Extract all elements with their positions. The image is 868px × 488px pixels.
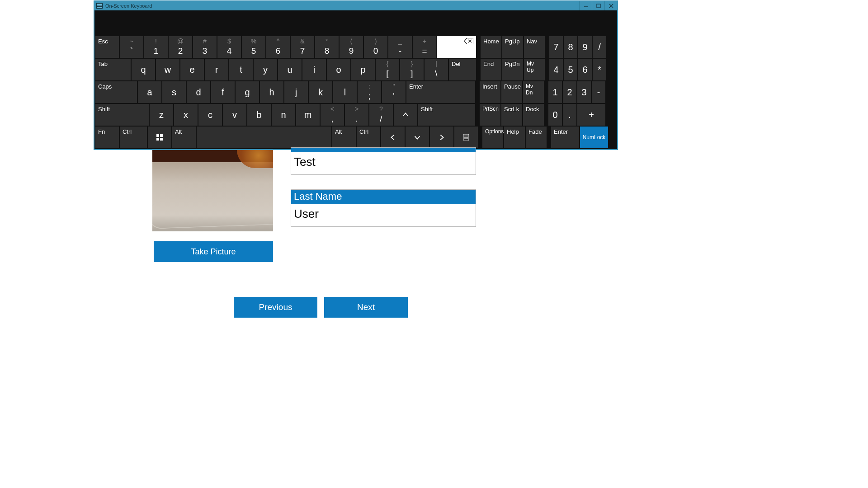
key-space[interactable] xyxy=(197,127,331,148)
key-5[interactable]: %5 xyxy=(242,36,265,58)
key-minus[interactable]: _- xyxy=(388,36,412,58)
numpad-7[interactable]: 7 xyxy=(549,36,563,58)
key-menu[interactable] xyxy=(454,127,478,148)
key-x[interactable]: x xyxy=(174,104,198,126)
key-fade[interactable]: Fade xyxy=(526,127,547,148)
key-4[interactable]: $4 xyxy=(217,36,241,58)
numpad-enter[interactable]: Enter xyxy=(551,127,579,148)
key-mvdn[interactable]: Mv Dn xyxy=(523,81,544,103)
numpad-6[interactable]: 6 xyxy=(578,59,592,80)
key-m[interactable]: m xyxy=(296,104,320,126)
key-1[interactable]: !1 xyxy=(144,36,168,58)
numpad-multiply[interactable]: * xyxy=(593,59,606,80)
take-picture-button[interactable]: Take Picture xyxy=(154,241,273,262)
key-e[interactable]: e xyxy=(180,59,204,80)
key-g[interactable]: g xyxy=(236,81,259,103)
key-pgup[interactable]: PgUp xyxy=(502,36,523,58)
numpad-subtract[interactable]: - xyxy=(592,81,605,103)
key-backspace[interactable] xyxy=(437,36,476,58)
key-tab[interactable]: Tab xyxy=(95,59,131,80)
key-r[interactable]: r xyxy=(205,59,228,80)
key-7[interactable]: &7 xyxy=(291,36,314,58)
key-fn[interactable]: Fn xyxy=(95,127,119,148)
key-nav[interactable]: Nav xyxy=(524,36,545,58)
key-f[interactable]: f xyxy=(211,81,235,103)
key-prtscn[interactable]: PrtScn xyxy=(480,104,500,126)
key-a[interactable]: a xyxy=(138,81,161,103)
key-dock[interactable]: Dock xyxy=(523,104,544,126)
key-u[interactable]: u xyxy=(278,59,302,80)
key-semicolon[interactable]: :; xyxy=(358,81,381,103)
key-period[interactable]: >. xyxy=(345,104,368,126)
numpad-8[interactable]: 8 xyxy=(564,36,577,58)
numpad-add[interactable]: + xyxy=(577,104,605,126)
key-arrow-down[interactable] xyxy=(406,127,429,148)
key-alt-left[interactable]: Alt xyxy=(172,127,196,148)
previous-button[interactable]: Previous xyxy=(234,297,317,318)
osk-titlebar[interactable]: On-Screen Keyboard xyxy=(94,1,617,10)
key-c[interactable]: c xyxy=(198,104,222,126)
key-help[interactable]: Help xyxy=(504,127,525,148)
key-s[interactable]: s xyxy=(162,81,186,103)
key-9[interactable]: (9 xyxy=(340,36,363,58)
key-n[interactable]: n xyxy=(272,104,295,126)
numpad-decimal[interactable]: . xyxy=(563,104,576,126)
key-right-bracket[interactable]: }] xyxy=(400,59,424,80)
key-ctrl-right[interactable]: Ctrl xyxy=(357,127,380,148)
numpad-1[interactable]: 1 xyxy=(548,81,562,103)
key-options[interactable]: Options xyxy=(482,127,503,148)
key-home[interactable]: Home xyxy=(481,36,501,58)
key-alt-right[interactable]: Alt xyxy=(332,127,356,148)
numpad-3[interactable]: 3 xyxy=(577,81,591,103)
key-del[interactable]: Del xyxy=(449,59,476,80)
key-z[interactable]: z xyxy=(150,104,173,126)
key-o[interactable]: o xyxy=(327,59,350,80)
key-arrow-up[interactable] xyxy=(394,104,417,126)
next-button[interactable]: Next xyxy=(324,297,408,318)
key-h[interactable]: h xyxy=(260,81,283,103)
key-y[interactable]: y xyxy=(254,59,277,80)
key-v[interactable]: v xyxy=(223,104,246,126)
key-esc[interactable]: Esc xyxy=(95,36,119,58)
key-j[interactable]: j xyxy=(284,81,308,103)
key-arrow-right[interactable] xyxy=(430,127,453,148)
key-windows[interactable] xyxy=(148,127,171,148)
numpad-4[interactable]: 4 xyxy=(549,59,563,80)
key-pause[interactable]: Pause xyxy=(501,81,522,103)
minimize-button[interactable] xyxy=(579,1,592,10)
maximize-button[interactable] xyxy=(592,1,604,10)
key-enter[interactable]: Enter xyxy=(406,81,475,103)
key-l[interactable]: l xyxy=(333,81,357,103)
key-caps[interactable]: Caps xyxy=(95,81,137,103)
key-d[interactable]: d xyxy=(187,81,210,103)
numpad-9[interactable]: 9 xyxy=(578,36,592,58)
key-ctrl-left[interactable]: Ctrl xyxy=(120,127,147,148)
key-w[interactable]: w xyxy=(156,59,179,80)
key-t[interactable]: t xyxy=(229,59,253,80)
key-6[interactable]: ^6 xyxy=(266,36,290,58)
numpad-2[interactable]: 2 xyxy=(563,81,576,103)
key-backtick[interactable]: ~` xyxy=(120,36,143,58)
key-0[interactable]: )0 xyxy=(364,36,387,58)
key-arrow-left[interactable] xyxy=(381,127,405,148)
key-k[interactable]: k xyxy=(309,81,332,103)
key-numlock[interactable]: NumLock xyxy=(580,127,608,148)
key-end[interactable]: End xyxy=(481,59,501,80)
key-i[interactable]: i xyxy=(302,59,326,80)
key-slash[interactable]: ?/ xyxy=(369,104,393,126)
first-name-input[interactable] xyxy=(291,152,476,174)
numpad-5[interactable]: 5 xyxy=(564,59,577,80)
key-equals[interactable]: += xyxy=(413,36,436,58)
key-b[interactable]: b xyxy=(247,104,271,126)
key-pgdn[interactable]: PgDn xyxy=(502,59,523,80)
key-2[interactable]: @2 xyxy=(169,36,192,58)
key-shift-right[interactable]: Shift xyxy=(418,104,475,126)
key-p[interactable]: p xyxy=(351,59,375,80)
close-button[interactable] xyxy=(604,1,617,10)
key-q[interactable]: q xyxy=(132,59,155,80)
key-shift-left[interactable]: Shift xyxy=(95,104,149,126)
key-8[interactable]: *8 xyxy=(315,36,339,58)
key-3[interactable]: #3 xyxy=(193,36,217,58)
numpad-divide[interactable]: / xyxy=(593,36,606,58)
key-comma[interactable]: <, xyxy=(321,104,344,126)
